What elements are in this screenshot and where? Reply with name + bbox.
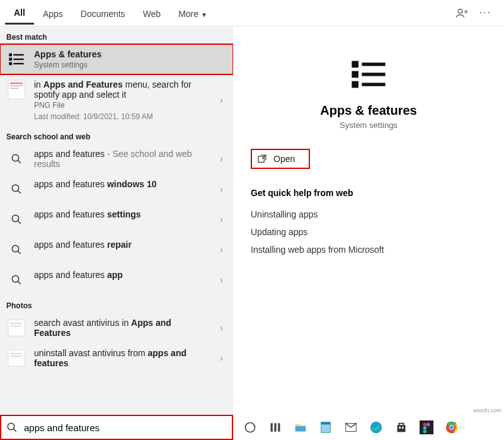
svg-rect-2 [9, 58, 12, 61]
web-result-title: apps and features - See school and web r… [34, 149, 209, 169]
svg-rect-27 [352, 61, 358, 68]
open-button[interactable]: Open [251, 149, 310, 169]
svg-point-13 [12, 185, 19, 192]
search-icon [6, 422, 18, 433]
taskbar-mail-icon[interactable] [343, 419, 359, 436]
web-result-title: apps and features windows 10 [34, 179, 209, 189]
open-icon [257, 154, 267, 164]
section-best-match: Best match [0, 26, 233, 44]
chevron-right-icon[interactable]: › [216, 154, 227, 164]
chevron-down-icon: ▼ [201, 11, 207, 18]
preview-subtitle: System settings [340, 120, 398, 130]
apps-features-large-icon [348, 54, 389, 95]
taskbar-cortana-icon[interactable] [242, 419, 258, 436]
help-link-installing-webapps[interactable]: Installing web apps from Microsoft [251, 241, 486, 258]
search-input[interactable] [23, 422, 227, 434]
taskbar-explorer-icon[interactable] [292, 419, 309, 436]
svg-point-15 [12, 215, 19, 222]
feedback-icon[interactable] [455, 7, 468, 20]
web-result-repair[interactable]: apps and features repair › [0, 234, 233, 265]
svg-rect-46 [402, 427, 404, 429]
svg-point-51 [423, 430, 427, 434]
taskbar [0, 415, 504, 440]
section-school-and-web: Search school and web [0, 126, 233, 144]
chevron-right-icon[interactable]: › [216, 184, 227, 194]
chevron-right-icon[interactable]: › [216, 275, 227, 285]
help-link-uninstalling[interactable]: Uninstalling apps [251, 206, 486, 223]
watermark: wsxdn.com [473, 407, 501, 414]
result-file-png[interactable]: in Apps and Features menu, search for sp… [0, 74, 233, 126]
file-result-modified: Last modified: 10/9/2021, 10:59 AM [34, 112, 209, 121]
file-result-title: in Apps and Features menu, search for sp… [34, 79, 209, 100]
svg-rect-22 [10, 323, 21, 324]
search-box[interactable] [0, 415, 233, 440]
preview-panel: Apps & features System settings Open Get… [233, 26, 504, 415]
svg-point-19 [12, 275, 19, 282]
photo-result-title: search avast antivirus in Apps and Featu… [34, 318, 209, 338]
more-options-icon[interactable]: ··· [479, 7, 491, 20]
tab-web[interactable]: Web [134, 3, 170, 24]
svg-rect-23 [10, 325, 21, 327]
svg-rect-1 [9, 54, 12, 57]
web-result-settings[interactable]: apps and features settings › [0, 204, 233, 234]
web-result-generic[interactable]: apps and features - See school and web r… [0, 144, 233, 174]
result-apps-and-features[interactable]: Apps & features System settings [0, 44, 233, 74]
svg-rect-10 [10, 88, 19, 89]
svg-rect-29 [352, 81, 358, 88]
photo-result-2[interactable]: uninstall avast antivirus from apps and … [0, 343, 233, 373]
svg-point-54 [450, 426, 454, 429]
svg-point-34 [8, 423, 14, 430]
web-result-windows10[interactable]: apps and features windows 10 › [0, 174, 233, 204]
search-icon [6, 209, 26, 229]
svg-point-50 [423, 426, 427, 430]
svg-rect-28 [352, 71, 358, 78]
svg-rect-26 [10, 356, 21, 357]
taskbar-notepad-icon[interactable] [318, 419, 334, 436]
svg-line-12 [18, 160, 21, 163]
results-panel: Best match Apps & features System settin… [0, 26, 233, 415]
taskbar-taskview-icon[interactable] [267, 419, 284, 436]
chevron-right-icon[interactable]: › [216, 353, 227, 363]
svg-rect-39 [278, 423, 280, 431]
taskbar-edge-icon[interactable] [368, 419, 384, 436]
open-label: Open [273, 154, 295, 164]
chevron-right-icon[interactable]: › [216, 214, 227, 224]
chevron-right-icon[interactable]: › [216, 95, 227, 105]
svg-rect-30 [362, 62, 385, 66]
taskbar-chrome-icon[interactable] [444, 419, 460, 436]
chevron-right-icon[interactable]: › [216, 323, 227, 333]
svg-rect-31 [362, 72, 385, 76]
svg-line-14 [18, 190, 21, 194]
web-result-title: apps and features app [34, 270, 209, 280]
svg-line-20 [18, 281, 21, 284]
svg-line-18 [18, 251, 21, 254]
svg-line-35 [13, 429, 16, 432]
search-icon [6, 270, 26, 290]
svg-rect-37 [271, 423, 273, 431]
help-link-updating[interactable]: Updating apps [251, 223, 486, 241]
web-result-app[interactable]: apps and features app › [0, 265, 233, 295]
taskbar-figma-icon[interactable] [418, 419, 435, 436]
section-photos: Photos [0, 295, 233, 313]
png-thumbnail-icon [6, 79, 26, 100]
web-result-title: apps and features repair [34, 240, 209, 250]
taskbar-store-icon[interactable] [393, 419, 410, 436]
tab-all[interactable]: All [5, 1, 34, 25]
search-filter-tabs: All Apps Documents Web More ▼ ··· [0, 0, 504, 26]
tab-documents[interactable]: Documents [72, 3, 134, 24]
svg-point-36 [246, 423, 255, 432]
tab-more[interactable]: More ▼ [169, 3, 216, 24]
photo-thumbnail-icon [6, 348, 26, 368]
apps-features-icon [6, 49, 26, 69]
svg-rect-45 [399, 427, 401, 429]
tab-apps[interactable]: Apps [34, 3, 72, 24]
photo-result-1[interactable]: search avast antivirus in Apps and Featu… [0, 313, 233, 343]
chevron-right-icon[interactable]: › [216, 245, 227, 255]
svg-rect-40 [295, 426, 306, 431]
photo-result-title: uninstall avast antivirus from apps and … [34, 348, 209, 368]
svg-rect-25 [10, 353, 21, 354]
svg-rect-42 [321, 422, 331, 425]
svg-point-11 [12, 154, 19, 161]
svg-rect-38 [274, 423, 276, 431]
svg-rect-9 [10, 85, 23, 86]
